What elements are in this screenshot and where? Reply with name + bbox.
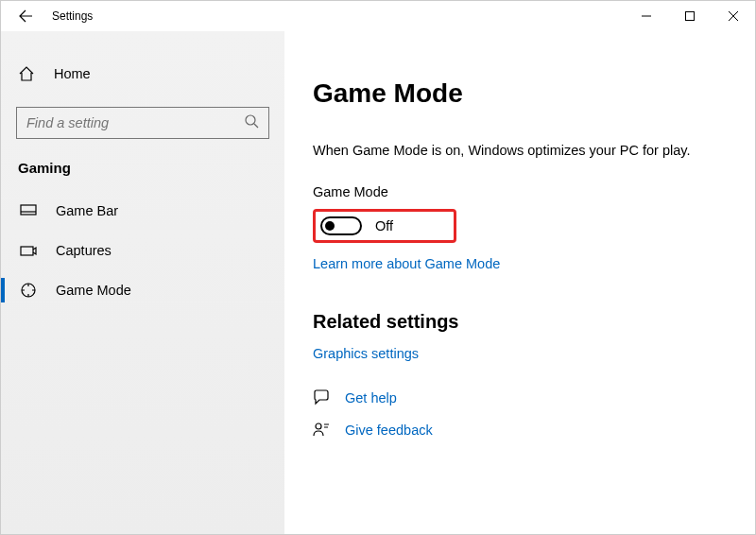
- sidebar-item-game-bar[interactable]: Game Bar: [1, 191, 284, 231]
- content: Game Mode When Game Mode is on, Windows …: [284, 31, 755, 534]
- search-box[interactable]: [16, 107, 269, 139]
- search-icon: [244, 113, 259, 132]
- sidebar-item-label: Game Mode: [56, 283, 131, 298]
- svg-rect-3: [21, 247, 33, 255]
- sidebar: Home Gaming Game Bar: [1, 31, 284, 534]
- toggle-state: Off: [375, 218, 393, 233]
- sidebar-item-captures[interactable]: Captures: [1, 231, 284, 270]
- get-help-row[interactable]: Get help: [313, 389, 727, 406]
- svg-rect-0: [686, 12, 695, 21]
- game-bar-icon: [20, 202, 37, 219]
- page-title: Game Mode: [313, 78, 727, 109]
- window-title: Settings: [52, 9, 93, 23]
- titlebar: Settings: [1, 1, 755, 31]
- svg-point-1: [246, 115, 255, 125]
- home-nav[interactable]: Home: [1, 60, 284, 88]
- learn-more-link[interactable]: Learn more about Game Mode: [313, 256, 727, 271]
- feedback-icon: [313, 422, 330, 439]
- svg-point-5: [316, 423, 321, 429]
- toggle-label: Game Mode: [313, 184, 727, 199]
- maximize-button[interactable]: [668, 1, 712, 31]
- sidebar-item-label: Game Bar: [56, 203, 118, 218]
- related-heading: Related settings: [313, 311, 727, 333]
- sidebar-item-game-mode[interactable]: Game Mode: [1, 270, 284, 310]
- highlight-box: Off: [313, 209, 456, 243]
- game-mode-icon: [20, 282, 37, 299]
- minimize-button[interactable]: [625, 1, 668, 31]
- give-feedback-row[interactable]: Give feedback: [313, 422, 727, 439]
- graphics-settings-link[interactable]: Graphics settings: [313, 346, 727, 361]
- chat-icon: [313, 389, 330, 406]
- game-mode-toggle[interactable]: [320, 216, 362, 235]
- sidebar-item-label: Captures: [56, 243, 112, 258]
- description: When Game Mode is on, Windows optimizes …: [313, 143, 727, 158]
- give-feedback-link[interactable]: Give feedback: [345, 423, 433, 438]
- captures-icon: [20, 242, 37, 259]
- search-input[interactable]: [26, 115, 244, 130]
- svg-rect-2: [21, 205, 36, 215]
- back-icon[interactable]: [18, 9, 33, 24]
- close-button[interactable]: [712, 1, 755, 31]
- category-header: Gaming: [1, 160, 284, 191]
- get-help-link[interactable]: Get help: [345, 390, 397, 406]
- home-label: Home: [54, 66, 91, 81]
- home-icon: [18, 65, 35, 82]
